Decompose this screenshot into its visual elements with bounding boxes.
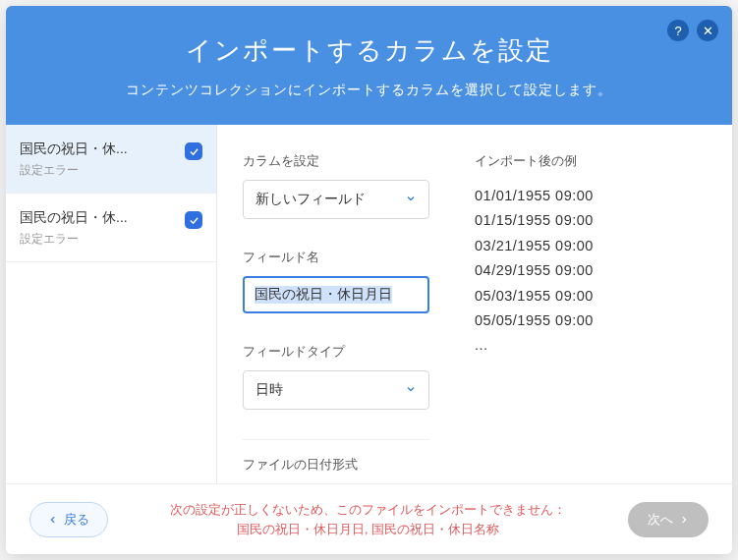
preview-row: 05/05/1955 09:00 <box>475 308 707 333</box>
sidebar-item-0[interactable]: 国民の祝日・休... 設定エラー <box>6 125 216 194</box>
import-columns-modal: ? ✕ インポートするカラムを設定 コンテンツコレクションにインポートするカラム… <box>6 6 732 554</box>
modal-footer: 戻る 次の設定が正しくないため、このファイルをインポートできません： 国民の祝日… <box>6 483 732 554</box>
form-column: カラムを設定 新しいフィールド フィールド名 国民の祝日・休日月日 <box>243 152 449 483</box>
modal-header: ? ✕ インポートするカラムを設定 コンテンツコレクションにインポートするカラム… <box>6 6 732 125</box>
modal-body: 国民の祝日・休... 設定エラー 国民の祝日・休... 設定エラー <box>6 125 732 483</box>
close-icon[interactable]: ✕ <box>697 20 718 41</box>
preview-label: インポート後の例 <box>475 152 707 170</box>
preview-row: 01/01/1955 09:00 <box>475 184 707 208</box>
main-panel: カラムを設定 新しいフィールド フィールド名 国民の祝日・休日月日 <box>217 125 732 483</box>
field-name-input[interactable]: 国民の祝日・休日月日 <box>243 276 429 313</box>
sidebar-item-sub: 設定エラー <box>20 162 128 179</box>
help-icon[interactable]: ? <box>667 20 689 41</box>
preview-row: ... <box>475 333 707 358</box>
preview-row: 01/15/1955 09:00 <box>475 208 707 233</box>
footer-error: 次の設定が正しくないため、このファイルをインポートできません： 国民の祝日・休日… <box>108 500 628 539</box>
sidebar-item-title: 国民の祝日・休... <box>20 140 128 158</box>
column-select[interactable]: 新しいフィールド <box>243 180 429 219</box>
chevron-down-icon <box>405 192 417 207</box>
next-button-label: 次へ <box>648 511 673 529</box>
preview-row: 04/29/1955 09:00 <box>475 258 707 283</box>
sidebar-checkbox[interactable] <box>185 211 202 229</box>
back-button-label: 戻る <box>64 511 89 529</box>
preview-list: 01/01/1955 09:00 01/15/1955 09:00 03/21/… <box>475 184 707 359</box>
sidebar-item-1[interactable]: 国民の祝日・休... 設定エラー <box>6 194 216 262</box>
preview-row: 03/21/1955 09:00 <box>475 234 707 258</box>
modal-subtitle: コンテンツコレクションにインポートするカラムを選択して設定します。 <box>26 82 712 99</box>
field-type-value: 日時 <box>255 381 283 399</box>
preview-column: インポート後の例 01/01/1955 09:00 01/15/1955 09:… <box>475 152 707 483</box>
field-type-label: フィールドタイプ <box>243 343 449 361</box>
column-select-value: 新しいフィールド <box>255 191 366 208</box>
chevron-down-icon <box>405 382 417 398</box>
error-line-2: 国民の祝日・休日月日, 国民の祝日・休日名称 <box>118 520 618 539</box>
modal-title: インポートするカラムを設定 <box>26 33 712 68</box>
sidebar-item-title: 国民の祝日・休... <box>20 209 128 227</box>
field-type-select[interactable]: 日時 <box>243 370 429 410</box>
field-name-value: 国民の祝日・休日月日 <box>255 286 392 304</box>
sidebar-checkbox[interactable] <box>185 142 202 160</box>
preview-row: 05/03/1955 09:00 <box>475 284 707 308</box>
next-button[interactable]: 次へ <box>628 502 709 537</box>
column-select-label: カラムを設定 <box>243 152 449 170</box>
back-button[interactable]: 戻る <box>29 502 108 537</box>
field-name-label: フィールド名 <box>243 249 449 266</box>
divider <box>243 439 429 440</box>
date-format-label: ファイルの日付形式 <box>243 456 449 474</box>
error-line-1: 次の設定が正しくないため、このファイルをインポートできません： <box>118 500 618 520</box>
sidebar-item-sub: 設定エラー <box>20 231 128 248</box>
column-sidebar: 国民の祝日・休... 設定エラー 国民の祝日・休... 設定エラー <box>6 125 217 483</box>
